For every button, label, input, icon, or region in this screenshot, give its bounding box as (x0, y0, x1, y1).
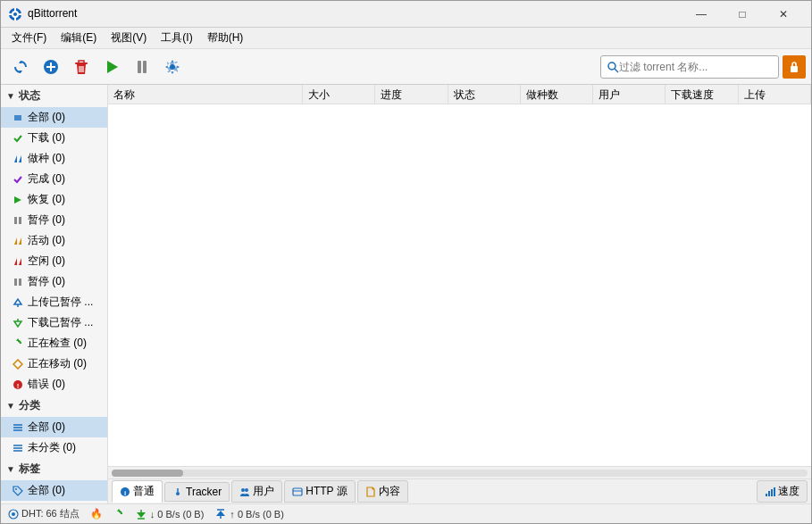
torrent-area: 名称 大小 进度 状态 做种数 用户 下载速度 上传 i 普通 Tracker (108, 85, 811, 503)
upload-paused-icon (12, 296, 24, 309)
scrollbar-track[interactable] (112, 470, 808, 477)
tab-http[interactable]: HTTP 源 (284, 480, 355, 503)
paused2-icon (12, 276, 24, 288)
general-tab-icon: i (120, 487, 130, 497)
sidebar-item-paused2[interactable]: 暂停 (0) (1, 271, 107, 292)
sidebar-item-category-all-label: 全部 (0) (28, 420, 65, 435)
tab-tracker[interactable]: Tracker (164, 482, 230, 502)
bottom-tabs: i 普通 Tracker 用户 HTTP 源 内容 (108, 478, 811, 503)
menu-edit[interactable]: 编辑(E) (54, 29, 104, 47)
menu-help[interactable]: 帮助(H) (200, 29, 251, 47)
resume-btn[interactable] (97, 53, 126, 81)
paused-icon (12, 214, 24, 227)
torrent-scrollbar[interactable] (108, 466, 811, 478)
col-seeds[interactable]: 做种数 (521, 85, 593, 104)
complete-icon (12, 173, 24, 186)
add-torrent-btn[interactable] (37, 53, 65, 81)
tags-arrow-icon: ▼ (6, 464, 15, 474)
main-content: ▼ 状态 全部 (0) 下载 (0) 做种 (0) (1, 85, 811, 503)
svg-rect-57 (293, 488, 302, 495)
settings-btn[interactable] (158, 53, 187, 81)
active-icon (12, 235, 24, 247)
col-size[interactable]: 大小 (303, 85, 375, 104)
status-fire: 🔥 (90, 508, 103, 520)
svg-marker-36 (14, 299, 21, 304)
sidebar-item-checking-label: 正在检查 (0) (28, 336, 87, 351)
svg-marker-31 (19, 237, 21, 245)
moving-icon (12, 358, 24, 370)
svg-marker-32 (14, 258, 17, 265)
col-peers[interactable]: 用户 (593, 85, 666, 104)
sidebar-section-category[interactable]: ▼ 分类 (1, 395, 107, 417)
sidebar-item-checking[interactable]: 正在检查 (0) (1, 333, 107, 353)
download-paused-icon (12, 317, 24, 329)
sidebar-section-status-label: 状态 (19, 88, 40, 104)
svg-marker-38 (14, 321, 21, 327)
sidebar-item-seed[interactable]: 做种 (0) (1, 148, 107, 169)
menu-tools[interactable]: 工具(I) (154, 29, 199, 47)
sidebar-section-status[interactable]: ▼ 状态 (1, 85, 107, 107)
sidebar-item-resume[interactable]: 恢复 (0) (1, 189, 107, 210)
peers-tab-icon (239, 487, 250, 497)
close-btn[interactable]: ✕ (763, 1, 804, 28)
remove-btn[interactable] (67, 53, 96, 81)
tab-content[interactable]: 内容 (357, 480, 408, 503)
speed-icon (765, 487, 775, 497)
sidebar-item-tags-all[interactable]: 全部 (0) (1, 480, 107, 501)
svg-rect-15 (138, 61, 141, 73)
error-icon: ! (12, 378, 24, 391)
upload-speed-label: ↑ 0 B/s (0 B) (230, 509, 284, 520)
dht-label: DHT: 66 结点 (21, 507, 80, 520)
sidebar-item-uncategorized[interactable]: 未分类 (0) (1, 437, 107, 458)
svg-rect-35 (19, 279, 21, 286)
pause-btn[interactable] (128, 53, 156, 81)
sidebar-item-all[interactable]: 全部 (0) (1, 107, 107, 128)
refresh-status-icon (113, 509, 124, 520)
col-status[interactable]: 状态 (448, 85, 521, 104)
tab-peers[interactable]: 用户 (231, 480, 282, 503)
sidebar: ▼ 状态 全部 (0) 下载 (0) 做种 (0) (1, 85, 108, 503)
menu-view[interactable]: 视图(V) (104, 29, 154, 47)
lock-btn[interactable] (783, 55, 806, 79)
sidebar-item-category-all[interactable]: 全部 (0) (1, 417, 107, 437)
speed-btn-label: 速度 (778, 484, 799, 499)
refresh-btn[interactable] (6, 53, 35, 81)
sidebar-item-paused[interactable]: 暂停 (0) (1, 210, 107, 230)
speed-btn[interactable]: 速度 (757, 480, 808, 503)
app-title: qBittorrent (28, 7, 77, 20)
menu-bar: 文件(F) 编辑(E) 视图(V) 工具(I) 帮助(H) (1, 28, 811, 49)
svg-marker-26 (19, 155, 21, 162)
svg-marker-69 (216, 511, 225, 516)
svg-rect-28 (14, 217, 17, 224)
svg-rect-34 (14, 279, 17, 286)
sidebar-item-uncategorized-label: 未分类 (0) (28, 440, 76, 455)
sidebar-item-active[interactable]: 活动 (0) (1, 230, 107, 251)
sidebar-item-idle-label: 空闲 (0) (28, 254, 65, 269)
col-progress[interactable]: 进度 (375, 85, 448, 104)
col-upload[interactable]: 上传 (739, 85, 811, 104)
sidebar-item-download[interactable]: 下载 (0) (1, 128, 107, 148)
menu-file[interactable]: 文件(F) (4, 29, 54, 47)
tab-tracker-label: Tracker (186, 486, 222, 498)
sidebar-item-idle[interactable]: 空闲 (0) (1, 251, 107, 271)
sidebar-item-active-label: 活动 (0) (28, 233, 65, 248)
tab-general[interactable]: i 普通 (112, 480, 163, 503)
col-name[interactable]: 名称 (108, 85, 303, 104)
col-dl-speed[interactable]: 下载速度 (666, 85, 738, 104)
toolbar (1, 49, 811, 85)
sidebar-item-complete[interactable]: 完成 (0) (1, 169, 107, 189)
sidebar-item-error[interactable]: ! 错误 (0) (1, 374, 107, 395)
search-input[interactable] (619, 61, 762, 73)
svg-marker-27 (14, 196, 21, 204)
sidebar-item-moving[interactable]: 正在移动 (0) (1, 353, 107, 374)
sidebar-item-upload-paused[interactable]: 上传已暂停 ... (1, 292, 107, 312)
title-bar: qBittorrent — □ ✕ (1, 1, 811, 28)
scrollbar-thumb[interactable] (112, 470, 183, 477)
maximize-btn[interactable]: □ (722, 1, 763, 28)
svg-rect-10 (75, 62, 88, 64)
sidebar-item-download-paused[interactable]: 下载已暂停 ... (1, 312, 107, 333)
sidebar-section-tags[interactable]: ▼ 标签 (1, 458, 107, 480)
http-tab-icon (292, 487, 303, 497)
svg-rect-16 (143, 61, 146, 73)
minimize-btn[interactable]: — (681, 1, 722, 28)
